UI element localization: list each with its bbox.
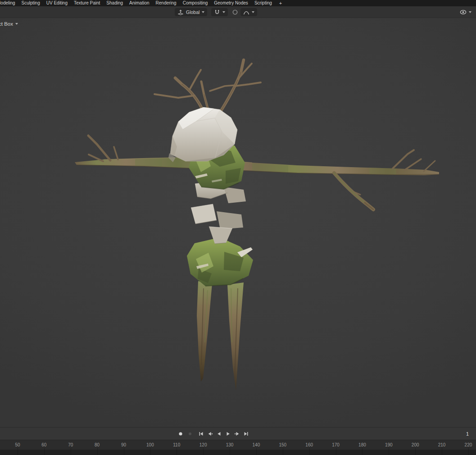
timeline-tracks[interactable] <box>0 450 476 455</box>
ruler-gridline <box>309 450 310 455</box>
ruler-gridline <box>18 450 18 455</box>
timeline-playback-bar: 1 <box>0 427 476 440</box>
snapping-dropdown[interactable] <box>211 8 228 16</box>
ruler-gridline <box>71 450 71 455</box>
mossy-pelvis <box>187 237 253 286</box>
ruler-frame-label: 120 <box>199 442 207 447</box>
ruler-gridline <box>415 450 416 455</box>
magnet-icon <box>214 9 220 15</box>
jump-to-start-icon <box>198 431 204 437</box>
active-tool-dropdown[interactable]: Select Box <box>0 21 18 27</box>
chevron-down-icon <box>469 11 471 13</box>
proportional-editing-circle-icon[interactable] <box>232 9 238 15</box>
jump-to-start-button[interactable] <box>196 428 205 440</box>
ruler-gridline <box>203 450 204 455</box>
ruler-frame-label: 50 <box>15 442 20 447</box>
ruler-frame-label: 190 <box>385 442 393 447</box>
workspace-tab-compositing[interactable]: Compositing <box>180 0 211 6</box>
chevron-down-icon <box>252 11 254 13</box>
ruler-frame-label: 100 <box>146 442 154 447</box>
transform-orientation-label: Global <box>186 9 199 15</box>
record-dot-icon <box>178 431 183 437</box>
falloff-curve-icon <box>243 9 249 15</box>
ruler-frame-label: 150 <box>279 442 286 447</box>
3d-viewport[interactable]: Select Box <box>0 18 476 427</box>
ruler-frame-label: 130 <box>226 442 234 447</box>
workspace-tab-shading[interactable]: Shading <box>103 0 126 6</box>
ruler-frame-label: 90 <box>121 442 126 447</box>
workspace-tab-rendering[interactable]: Rendering <box>153 0 180 6</box>
scarecrow-model <box>0 18 476 427</box>
workspace-tabs: ModelingSculptingUV EditingTexture Paint… <box>0 0 275 6</box>
chevron-down-icon <box>15 23 18 25</box>
ruler-gridline <box>362 450 363 455</box>
keying-indicator-dot <box>189 432 191 435</box>
ruler-frame-label: 110 <box>173 442 180 447</box>
blender-window: ModelingSculptingUV EditingTexture Paint… <box>0 0 476 455</box>
eye-icon <box>459 9 467 15</box>
play-reverse-button[interactable] <box>214 428 223 440</box>
workspace-tab-modeling[interactable]: Modeling <box>0 0 18 6</box>
proportional-falloff-dropdown[interactable] <box>240 8 257 16</box>
viewport-header: Global <box>0 6 476 18</box>
chevron-down-icon <box>202 11 204 13</box>
transform-orientation-icon <box>177 9 184 15</box>
transform-orientation-dropdown[interactable]: Global <box>175 8 207 16</box>
add-workspace-button[interactable]: + <box>275 0 286 6</box>
proportional-editing-group <box>232 8 257 16</box>
ruler-gridline <box>177 450 177 455</box>
workspace-tab-animation[interactable]: Animation <box>126 0 152 6</box>
ruler-gridline <box>230 450 230 455</box>
viewport-header-center-controls: Global <box>175 6 257 18</box>
next-keyframe-button[interactable] <box>232 428 241 440</box>
previous-keyframe-icon <box>207 431 213 437</box>
ruler-gridline <box>389 450 389 455</box>
auto-keying-record-button[interactable] <box>177 428 185 440</box>
next-keyframe-icon <box>234 431 240 437</box>
ruler-gridline <box>44 450 45 455</box>
ruler-frame-label: 140 <box>253 442 260 447</box>
transport-controls <box>196 428 250 440</box>
jump-to-end-button[interactable] <box>241 428 250 440</box>
ruler-gridline <box>468 450 469 455</box>
ruler-gridline <box>283 450 283 455</box>
play-icon <box>225 431 231 437</box>
branch-legs <box>197 281 244 391</box>
workspace-tab-sculpting[interactable]: Sculpting <box>18 0 43 6</box>
ruler-frame-label: 210 <box>438 442 446 447</box>
ruler-frame-label: 180 <box>358 442 366 447</box>
chevron-down-icon <box>222 11 225 13</box>
visibility-dropdown[interactable] <box>458 9 472 15</box>
play-reverse-icon <box>216 431 222 437</box>
workspace-tab-uv-editing[interactable]: UV Editing <box>43 0 71 6</box>
ruler-gridline <box>97 450 98 455</box>
ruler-frame-label: 170 <box>332 442 340 447</box>
ruler-gridline <box>442 450 442 455</box>
ruler-frame-label: 60 <box>41 442 46 447</box>
ruler-frame-label: 220 <box>465 442 472 447</box>
ruler-frame-label: 200 <box>412 442 419 447</box>
ruler-gridline <box>124 450 124 455</box>
ruler-frame-label: 80 <box>95 442 100 447</box>
ruler-frame-label: 160 <box>305 442 313 447</box>
topbar: ModelingSculptingUV EditingTexture Paint… <box>0 0 476 6</box>
stone-spine <box>191 180 246 244</box>
antlers <box>154 60 261 112</box>
jump-to-end-icon <box>243 431 249 437</box>
ruler-gridline <box>336 450 336 455</box>
timeline-ruler[interactable]: 5060708090100110120130140150160170180190… <box>0 440 476 450</box>
previous-keyframe-button[interactable] <box>205 428 214 440</box>
workspace-tab-geometry-nodes[interactable]: Geometry Nodes <box>211 0 251 6</box>
ruler-gridline <box>150 450 150 455</box>
play-button[interactable] <box>223 428 232 440</box>
ruler-frame-label: 70 <box>68 442 73 447</box>
current-frame-indicator: 1 <box>466 428 469 440</box>
workspace-tab-scripting[interactable]: Scripting <box>251 0 275 6</box>
branch-arms <box>75 136 439 209</box>
workspace-tab-texture-paint[interactable]: Texture Paint <box>71 0 103 6</box>
active-tool-label: Select Box <box>0 21 13 27</box>
viewport-header-right-controls <box>458 6 472 18</box>
ruler-gridline <box>256 450 257 455</box>
